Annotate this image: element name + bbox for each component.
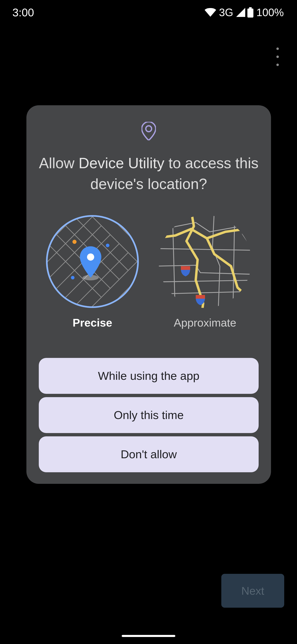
cellular-icon (236, 8, 245, 17)
location-pin-icon (39, 122, 259, 140)
approximate-map-icon (159, 215, 252, 308)
svg-point-21 (106, 244, 109, 247)
overflow-dot-icon (276, 48, 279, 50)
svg-point-24 (87, 254, 94, 261)
permission-action-buttons: While using the app Only this time Don't… (39, 358, 259, 472)
svg-rect-0 (249, 7, 252, 8)
status-right: 3G 100% (205, 6, 285, 18)
overflow-menu-button[interactable] (272, 48, 284, 66)
network-type: 3G (219, 6, 233, 18)
precise-label: Precise (73, 316, 112, 329)
next-button[interactable]: Next (221, 574, 284, 608)
accuracy-option-approximate[interactable]: Approximate (156, 215, 255, 329)
navigation-handle[interactable] (122, 635, 175, 637)
battery-icon (247, 7, 254, 18)
precise-map-icon (46, 215, 139, 308)
svg-point-22 (71, 276, 74, 279)
overflow-dot-icon (276, 64, 279, 66)
status-bar: 3:00 3G 100% (0, 0, 297, 25)
accuracy-options: Precise (39, 215, 259, 329)
only-this-time-button[interactable]: Only this time (39, 397, 259, 433)
status-time: 3:00 (12, 6, 34, 19)
permission-title: Allow Device Utility to access this devi… (39, 153, 259, 194)
overflow-dot-icon (276, 56, 279, 58)
dont-allow-button[interactable]: Don't allow (39, 436, 259, 472)
wifi-icon (205, 8, 216, 17)
svg-point-20 (72, 240, 76, 244)
svg-rect-27 (181, 266, 190, 270)
while-using-app-button[interactable]: While using the app (39, 358, 259, 394)
app-name: Device Utility (79, 155, 164, 171)
svg-rect-1 (247, 8, 253, 18)
approximate-label: Approximate (174, 316, 236, 329)
accuracy-option-precise[interactable]: Precise (43, 215, 142, 329)
svg-rect-28 (196, 295, 205, 299)
title-prefix: Allow (39, 155, 79, 171)
location-permission-dialog: Allow Device Utility to access this devi… (26, 105, 271, 484)
battery-percent: 100% (256, 6, 284, 18)
